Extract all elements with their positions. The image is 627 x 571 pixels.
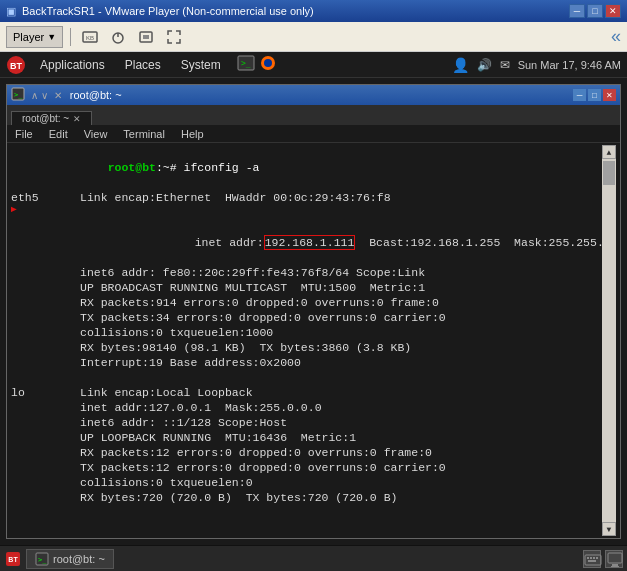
- svg-rect-23: [588, 560, 596, 562]
- toolbar-ctrl-alt-del-button[interactable]: KB: [78, 26, 102, 48]
- player-label: Player: [13, 31, 44, 43]
- svg-rect-5: [143, 35, 149, 39]
- player-chevron-icon: ▼: [47, 32, 56, 42]
- terminal-menu-terminal[interactable]: Terminal: [115, 125, 173, 143]
- terminal-tab-bar: root@bt: ~ ✕: [7, 105, 620, 125]
- terminal-line-lo-7: collisions:0 txqueuelen:0: [11, 475, 602, 490]
- bt-quick-launch: >_: [237, 54, 277, 75]
- user-icon: 👤: [452, 57, 469, 73]
- bt-taskbar-monitor-icon[interactable]: [605, 550, 623, 568]
- terminal-line-eth5-1: eth5 Link encap:Ethernet HWaddr 00:0c:29…: [11, 190, 602, 205]
- terminal-menu-view[interactable]: View: [76, 125, 116, 143]
- firefox-icon: [259, 54, 277, 72]
- terminal-close-button[interactable]: ✕: [603, 89, 616, 101]
- vmware-close-button[interactable]: ✕: [605, 4, 621, 18]
- sound-icon[interactable]: 🔊: [477, 58, 492, 72]
- scrollbar-thumb[interactable]: [603, 161, 615, 185]
- scrollbar-up-button[interactable]: ▲: [602, 145, 616, 159]
- vmware-maximize-button[interactable]: □: [587, 4, 603, 18]
- taskbar-app-svg-icon: BT: [5, 551, 21, 567]
- monitor-icon: [606, 551, 624, 569]
- terminal-maximize-button[interactable]: □: [588, 89, 601, 101]
- terminal-line-lo-4: UP LOOPBACK RUNNING MTU:16436 Metric:1: [11, 430, 602, 445]
- terminal-line-eth5-2: ➤ inet addr:192.168.1.111 Bcast:192.168.…: [11, 205, 602, 265]
- terminal-menubar: File Edit View Terminal Help: [7, 125, 620, 143]
- taskbar-terminal-icon: >_: [35, 552, 49, 566]
- terminal-tab-close-icon[interactable]: ✕: [73, 114, 81, 124]
- vmware-title-icon: ▣: [6, 5, 16, 18]
- bt-taskbar-right: [583, 550, 623, 568]
- bt-taskbar-terminal-item[interactable]: >_ root@bt: ~: [26, 549, 114, 569]
- terminal-window-controls: ─ □ ✕: [573, 89, 616, 101]
- bt-logo: BT: [6, 55, 26, 75]
- terminal-line-lo-3: inet6 addr: ::1/128 Scope:Host: [11, 415, 602, 430]
- player-menu-button[interactable]: Player ▼: [6, 26, 63, 48]
- svg-rect-22: [596, 557, 598, 559]
- terminal-line-lo-5: RX packets:12 errors:0 dropped:0 overrun…: [11, 445, 602, 460]
- svg-text:KB: KB: [86, 35, 94, 41]
- power-icon: [110, 29, 126, 45]
- scrollbar-down-button[interactable]: ▼: [602, 522, 616, 536]
- terminal-title-close-x[interactable]: ✕: [54, 90, 62, 101]
- svg-rect-21: [593, 557, 595, 559]
- bt-content-area: >_ ∧ ∨ ✕ root@bt: ~ ─ □ ✕ root@bt: ~ ✕: [0, 78, 627, 545]
- toolbar-power-button[interactable]: [106, 26, 130, 48]
- bt-applications-menu[interactable]: Applications: [32, 54, 113, 76]
- mail-icon[interactable]: ✉: [500, 58, 510, 72]
- svg-rect-25: [612, 564, 618, 566]
- terminal-menu-help[interactable]: Help: [173, 125, 212, 143]
- bt-system-menu[interactable]: System: [173, 54, 229, 76]
- vmware-minimize-button[interactable]: ─: [569, 4, 585, 18]
- terminal-title-arrows: ∧ ∨: [31, 90, 48, 101]
- bt-taskbar-terminal-label: root@bt: ~: [53, 553, 105, 565]
- toolbar-snapshot-button[interactable]: [134, 26, 158, 48]
- toolbar-fullscreen-button[interactable]: [162, 26, 186, 48]
- vmware-window: ▣ BackTrackSR1 - VMware Player (Non-comm…: [0, 0, 627, 571]
- svg-rect-26: [611, 566, 619, 567]
- fullscreen-icon: [166, 29, 182, 45]
- bt-topbar: BT Applications Places System >_ 👤 🔊: [0, 52, 627, 78]
- datetime-display: Sun Mar 17, 9:46 AM: [518, 59, 621, 71]
- bt-term-shortcut-icon[interactable]: >_: [237, 54, 255, 75]
- scrollbar-track[interactable]: [602, 159, 616, 522]
- bt-logo-icon: BT: [6, 55, 26, 75]
- terminal-body: root@bt:~# ifconfig -a eth5 Link encap:E…: [7, 143, 620, 538]
- terminal-line-blank2: [11, 505, 602, 520]
- terminal-title-icon: >_: [11, 87, 25, 103]
- ctrl-alt-del-icon: KB: [82, 29, 98, 45]
- terminal-titlebar: >_ ∧ ∨ ✕ root@bt: ~ ─ □ ✕: [7, 85, 620, 105]
- vmware-titlebar: ▣ BackTrackSR1 - VMware Player (Non-comm…: [0, 0, 627, 22]
- svg-text:>_: >_: [38, 556, 47, 564]
- terminal-line-eth5-3: inet6 addr: fe80::20c:29ff:fe43:76f8/64 …: [11, 265, 602, 280]
- terminal-ip-highlight: 192.168.1.111: [264, 235, 356, 250]
- terminal-line-eth5-8: RX bytes:98140 (98.1 KB) TX bytes:3860 (…: [11, 340, 602, 355]
- vmware-collapse-icon[interactable]: «: [611, 26, 621, 46]
- terminal-line-lo-6: TX packets:12 errors:0 dropped:0 overrun…: [11, 460, 602, 475]
- arrow-icon: ➤: [11, 204, 18, 219]
- svg-text:>_: >_: [14, 91, 23, 99]
- terminal-line-eth5-5: RX packets:914 errors:0 dropped:0 overru…: [11, 295, 602, 310]
- terminal-minimize-button[interactable]: ─: [573, 89, 586, 101]
- terminal-scrollbar[interactable]: ▲ ▼: [602, 145, 616, 536]
- snapshot-icon: [138, 29, 154, 45]
- terminal-menu-edit[interactable]: Edit: [41, 125, 76, 143]
- bt-places-menu[interactable]: Places: [117, 54, 169, 76]
- terminal-tab-1[interactable]: root@bt: ~ ✕: [11, 111, 92, 125]
- svg-rect-20: [590, 557, 592, 559]
- vmware-toolbar-right: «: [611, 26, 621, 47]
- vmware-win-controls: ─ □ ✕: [569, 4, 621, 18]
- terminal-window: >_ ∧ ∨ ✕ root@bt: ~ ─ □ ✕ root@bt: ~ ✕: [6, 84, 621, 539]
- terminal-line-eth5-7: collisions:0 txqueuelen:1000: [11, 325, 602, 340]
- bt-firefox-shortcut-icon[interactable]: [259, 54, 277, 75]
- vmware-toolbar: Player ▼ KB «: [0, 22, 627, 52]
- terminal-line-eth5-4: UP BROADCAST RUNNING MULTICAST MTU:1500 …: [11, 280, 602, 295]
- terminal-line-lo-1: lo Link encap:Local Loopback: [11, 385, 602, 400]
- vmware-title-left: ▣ BackTrackSR1 - VMware Player (Non-comm…: [6, 5, 314, 18]
- bt-taskbar-keyboard-icon[interactable]: [583, 550, 601, 568]
- terminal-line-blank1: [11, 370, 602, 385]
- terminal-tab-label: root@bt: ~: [22, 113, 69, 124]
- bt-taskbar-app-icon[interactable]: BT: [4, 550, 22, 568]
- terminal-menu-file[interactable]: File: [7, 125, 41, 143]
- terminal-title-text: root@bt: ~: [70, 89, 569, 101]
- vmware-title-text: BackTrackSR1 - VMware Player (Non-commer…: [22, 5, 314, 17]
